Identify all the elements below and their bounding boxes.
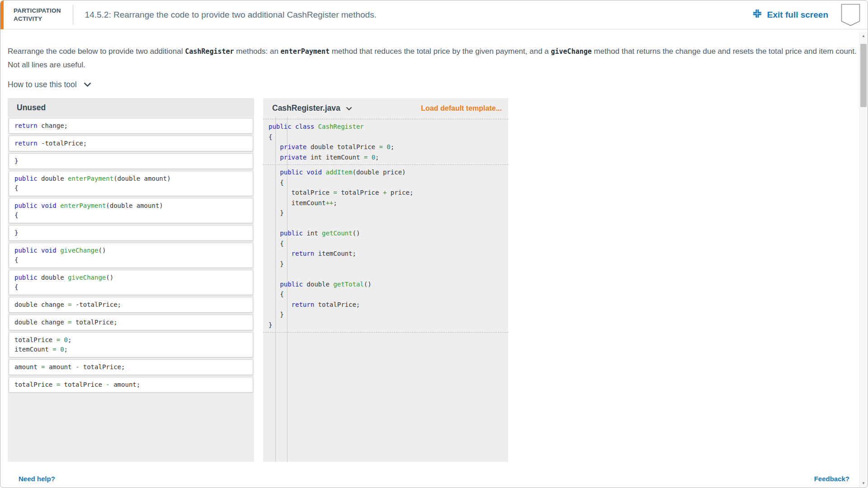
how-to-use-tool-toggle[interactable]: How to use this tool bbox=[8, 80, 91, 89]
code-line[interactable] bbox=[269, 218, 508, 229]
unused-code-block[interactable]: } bbox=[9, 225, 253, 241]
unused-code-block[interactable]: double change = -totalPrice; bbox=[9, 297, 253, 313]
rearrange-tool: Unused return change;return -totalPrice;… bbox=[8, 98, 868, 462]
scrollbar[interactable]: ▲ ▼ bbox=[859, 32, 867, 487]
drop-zone-separator bbox=[263, 119, 508, 119]
code-line[interactable]: return totalPrice; bbox=[269, 300, 508, 310]
editable-method-region: public void addItem(double price) { tota… bbox=[263, 167, 508, 330]
unused-code-block[interactable]: totalPrice = totalPrice - amount; bbox=[9, 377, 253, 393]
exit-full-screen-label: Exit full screen bbox=[767, 10, 828, 20]
activity-title: 14.5.2: Rearrange the code to provide tw… bbox=[85, 10, 377, 20]
activity-body: Rearrange the code below to provide two … bbox=[0, 29, 868, 483]
chevron-down-icon bbox=[346, 103, 352, 113]
code-target-panel: CashRegister.java Load default template.… bbox=[263, 98, 508, 462]
unused-code-block[interactable]: public double enterPayment(double amount… bbox=[9, 171, 253, 196]
unused-panel: Unused return change;return -totalPrice;… bbox=[8, 98, 254, 462]
fixed-class-header-region: public class CashRegister{ private doubl… bbox=[263, 122, 508, 162]
unused-code-block[interactable]: public void enterPayment(double amount){ bbox=[9, 198, 253, 223]
inline-code-text: enterPayment bbox=[281, 47, 330, 56]
code-line[interactable]: { bbox=[269, 289, 508, 300]
code-target-header: CashRegister.java Load default template.… bbox=[263, 98, 508, 117]
participation-activity-line2: ACTIVITY bbox=[14, 15, 61, 23]
zybooks-activity-page: PARTICIPATION ACTIVITY 14.5.2: Rearrange… bbox=[0, 0, 868, 488]
scroll-down-button[interactable]: ▼ bbox=[860, 479, 867, 487]
code-line[interactable]: } bbox=[269, 208, 508, 218]
unused-code-block[interactable]: public void giveChange(){ bbox=[9, 243, 253, 268]
code-line: { bbox=[269, 132, 508, 142]
how-to-use-tool-label: How to use this tool bbox=[8, 80, 77, 89]
unused-blocks-list: return change;return -totalPrice;}public… bbox=[8, 117, 254, 394]
chevron-down-icon bbox=[84, 80, 91, 89]
code-line[interactable]: itemCount++; bbox=[269, 198, 508, 208]
participation-activity-line1: PARTICIPATION bbox=[14, 7, 61, 15]
code-line[interactable] bbox=[269, 269, 508, 279]
activity-footer: Need help? Feedback? bbox=[8, 475, 868, 483]
code-line: public class CashRegister bbox=[269, 122, 508, 132]
unused-code-block[interactable]: return -totalPrice; bbox=[9, 136, 253, 151]
drop-zone-separator bbox=[263, 164, 508, 165]
inline-code-text: giveChange bbox=[551, 47, 592, 56]
code-line: private double totalPrice = 0; bbox=[269, 142, 508, 152]
code-line[interactable]: public void addItem(double price) bbox=[269, 167, 508, 178]
activity-header: PARTICIPATION ACTIVITY 14.5.2: Rearrange… bbox=[0, 0, 868, 29]
unused-code-block[interactable]: double change = totalPrice; bbox=[9, 314, 253, 330]
participation-activity-label: PARTICIPATION ACTIVITY bbox=[14, 7, 61, 23]
scrollbar-thumb[interactable] bbox=[860, 44, 867, 107]
code-line[interactable]: return itemCount; bbox=[269, 249, 508, 259]
unused-panel-header: Unused bbox=[8, 98, 254, 117]
activity-accent-bar bbox=[0, 0, 4, 29]
file-name: CashRegister.java bbox=[272, 103, 340, 113]
file-tab[interactable]: CashRegister.java bbox=[272, 103, 352, 113]
code-line[interactable]: } bbox=[269, 259, 508, 269]
unused-code-block[interactable]: return change; bbox=[9, 118, 253, 134]
instructions-text: Rearrange the code below to provide two … bbox=[8, 45, 857, 71]
instruction-text: methods: an bbox=[234, 47, 281, 56]
need-help-link[interactable]: Need help? bbox=[19, 475, 55, 483]
code-line[interactable]: totalPrice = totalPrice + price; bbox=[269, 188, 508, 198]
unused-code-block[interactable]: } bbox=[9, 153, 253, 169]
unused-code-block[interactable]: amount = amount - totalPrice; bbox=[9, 359, 253, 375]
instruction-text: Rearrange the code below to provide two … bbox=[8, 47, 185, 56]
exit-full-screen-button[interactable]: Exit full screen bbox=[752, 9, 828, 21]
code-line[interactable]: { bbox=[269, 178, 508, 188]
code-line[interactable]: } bbox=[269, 320, 508, 330]
feedback-link[interactable]: Feedback? bbox=[814, 475, 849, 483]
drop-zone-separator bbox=[263, 332, 508, 333]
code-drop-area[interactable]: public class CashRegister{ private doubl… bbox=[263, 117, 508, 462]
unused-code-block[interactable]: totalPrice = 0;itemCount = 0; bbox=[9, 332, 253, 357]
code-line[interactable]: { bbox=[269, 239, 508, 249]
inline-code-text: CashRegister bbox=[185, 47, 234, 56]
shield-icon bbox=[841, 4, 860, 26]
code-line[interactable]: } bbox=[269, 310, 508, 320]
scroll-up-button[interactable]: ▲ bbox=[860, 32, 867, 40]
code-line[interactable]: public double getTotal() bbox=[269, 279, 508, 290]
compress-icon bbox=[752, 9, 762, 21]
unused-code-block[interactable]: public double giveChange(){ bbox=[9, 270, 253, 295]
code-line: private int itemCount = 0; bbox=[269, 152, 508, 163]
load-default-template-button[interactable]: Load default template... bbox=[421, 104, 502, 113]
header-divider bbox=[73, 5, 73, 25]
code-line[interactable]: public int getCount() bbox=[269, 228, 508, 239]
instruction-text: method that reduces the total price by t… bbox=[330, 47, 551, 56]
